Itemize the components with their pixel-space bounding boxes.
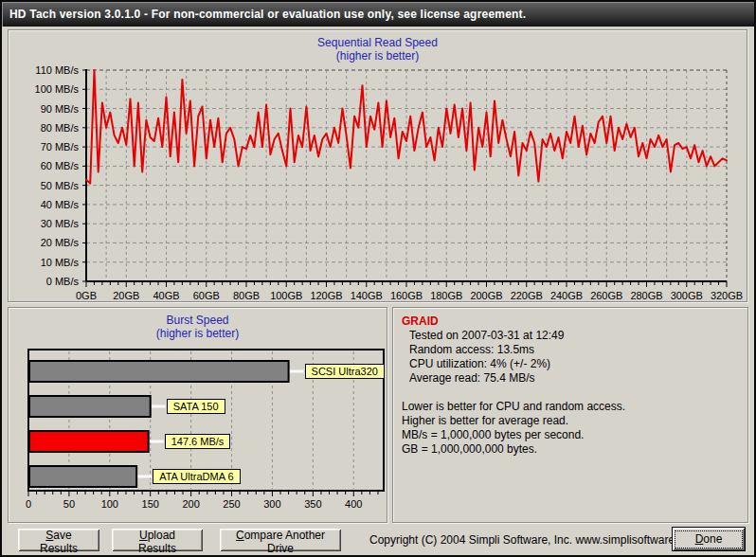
random-access-text: Random access: 13.5ms	[402, 343, 739, 357]
svg-text:120GB: 120GB	[310, 290, 342, 301]
svg-text:90 MB/s: 90 MB/s	[41, 103, 80, 115]
cpu-utilization-text: CPU utilization: 4% (+/- 2%)	[402, 357, 739, 371]
svg-text:80 MB/s: 80 MB/s	[41, 122, 80, 134]
done-button[interactable]: Done	[673, 528, 745, 550]
svg-text:300: 300	[263, 498, 280, 510]
svg-text:0: 0	[26, 498, 31, 510]
svg-text:160GB: 160GB	[390, 290, 423, 301]
note-line: GB = 1,000,000,000 bytes.	[402, 442, 739, 457]
svg-text:100: 100	[101, 498, 118, 510]
svg-text:40GB: 40GB	[153, 290, 179, 301]
svg-text:200: 200	[182, 498, 199, 510]
svg-text:30 MB/s: 30 MB/s	[41, 218, 80, 229]
upload-results-button[interactable]: Upload Results	[112, 529, 203, 551]
bar-label: SCSI Ultra320	[305, 364, 385, 379]
done-button-label: Done	[675, 530, 743, 548]
svg-text:20GB: 20GB	[113, 290, 139, 301]
svg-text:240GB: 240GB	[550, 290, 583, 301]
svg-text:20 MB/s: 20 MB/s	[41, 237, 80, 248]
svg-text:110 MB/s: 110 MB/s	[35, 64, 79, 76]
svg-text:70 MB/s: 70 MB/s	[41, 141, 80, 153]
burst-speed-chart: 050100150200250300350400	[9, 308, 387, 522]
bar-label: 147.6 MB/s	[165, 434, 231, 449]
svg-text:300GB: 300GB	[671, 290, 703, 301]
svg-text:260GB: 260GB	[590, 290, 622, 301]
svg-text:80GB: 80GB	[233, 290, 260, 301]
svg-text:60GB: 60GB	[193, 290, 220, 301]
note-line: Higher is better for average read.	[402, 414, 739, 428]
svg-text:280GB: 280GB	[630, 290, 662, 301]
window-title: HD Tach version 3.0.1.0 - For non-commer…	[9, 8, 526, 21]
svg-text:0 MB/s: 0 MB/s	[46, 276, 80, 287]
sequential-read-chart: 0 MB/s10 MB/s20 MB/s30 MB/s40 MB/s50 MB/…	[9, 30, 747, 301]
title-bar[interactable]: HD Tach version 3.0.1.0 - For non-commer…	[2, 2, 754, 27]
app-window: HD Tach version 3.0.1.0 - For non-commer…	[0, 0, 756, 557]
svg-text:50 MB/s: 50 MB/s	[41, 180, 80, 191]
svg-text:350: 350	[304, 498, 321, 510]
svg-text:0GB: 0GB	[76, 290, 97, 301]
note-line: MB/s = 1,000,000 bytes per second.	[402, 428, 739, 442]
svg-text:200GB: 200GB	[470, 290, 502, 301]
save-results-button[interactable]: Save Results	[18, 529, 99, 551]
svg-text:150: 150	[142, 498, 159, 510]
svg-text:60 MB/s: 60 MB/s	[41, 160, 80, 171]
average-read-text: Average read: 75.4 MB/s	[402, 371, 739, 386]
svg-text:250: 250	[223, 498, 240, 510]
copyright-text: Copyright (C) 2004 Simpli Software, Inc.…	[369, 533, 699, 547]
bar-label: ATA UltraDMA 6	[153, 469, 240, 484]
svg-text:100 MB/s: 100 MB/s	[35, 83, 80, 95]
svg-text:180GB: 180GB	[430, 290, 462, 301]
svg-text:100GB: 100GB	[270, 290, 302, 301]
bar-label: SATA 150	[167, 399, 225, 414]
drive-name: GRAID	[402, 314, 739, 329]
svg-text:220GB: 220GB	[511, 290, 543, 301]
svg-text:400: 400	[345, 498, 362, 510]
svg-text:40 MB/s: 40 MB/s	[41, 199, 80, 210]
tested-on-text: Tested on 2007-03-31 at 12:49	[402, 329, 739, 343]
svg-text:320GB: 320GB	[711, 290, 743, 301]
svg-text:10 MB/s: 10 MB/s	[41, 257, 80, 268]
sequential-read-panel: Sequential Read Speed (higher is better)…	[8, 29, 747, 302]
compare-another-drive-button[interactable]: Compare Another Drive	[220, 529, 341, 551]
note-line: Lower is better for CPU and random acces…	[402, 400, 739, 414]
burst-speed-panel: Burst Speed (higher is better) 050100150…	[8, 307, 387, 523]
svg-text:140GB: 140GB	[351, 290, 383, 301]
svg-text:50: 50	[63, 498, 75, 510]
drive-info-panel: GRAID Tested on 2007-03-31 at 12:49 Rand…	[392, 307, 748, 523]
